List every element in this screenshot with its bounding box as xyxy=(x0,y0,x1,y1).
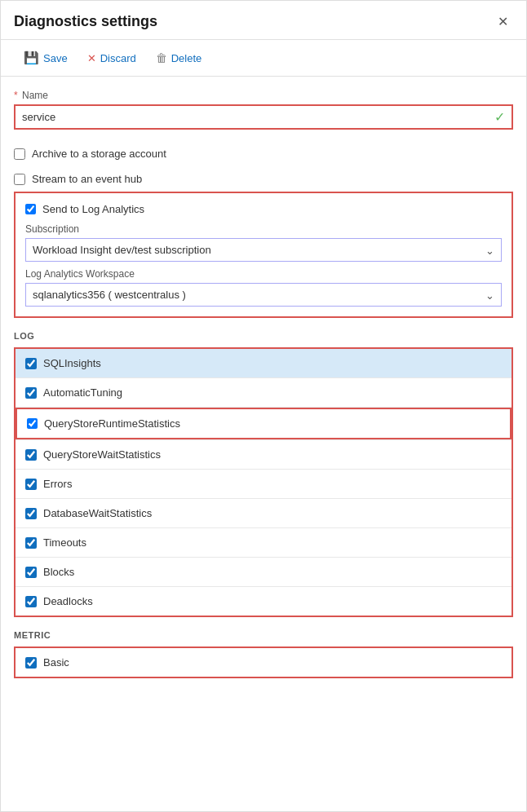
basic-checkbox[interactable] xyxy=(25,657,37,669)
log-section-box: SQLInsights AutomaticTuning QueryStoreRu… xyxy=(14,347,513,617)
log-item-deadlocks[interactable]: Deadlocks xyxy=(16,587,512,616)
sqlinsights-label: SQLInsights xyxy=(43,357,101,369)
timeouts-label: Timeouts xyxy=(43,536,86,549)
timeouts-checkbox[interactable] xyxy=(25,537,37,549)
basic-label: Basic xyxy=(43,656,69,669)
workspace-select[interactable]: sqlanalytics356 ( westcentralus ) xyxy=(26,284,501,306)
querystorewaitstatistics-label: QueryStoreWaitStatistics xyxy=(43,448,161,461)
send-to-analytics-checkbox[interactable] xyxy=(25,204,36,214)
discard-button[interactable]: ✕ Discard xyxy=(78,48,146,68)
errors-label: Errors xyxy=(43,478,72,490)
dialog-content: * Name ✓ Archive to a storage account St… xyxy=(1,77,526,703)
archive-checkbox-row: Archive to a storage account xyxy=(14,141,513,166)
log-item-databasewaitstatistics[interactable]: DatabaseWaitStatistics xyxy=(16,499,512,528)
deadlocks-label: Deadlocks xyxy=(43,595,93,607)
close-button[interactable]: ✕ xyxy=(493,12,513,31)
archive-checkbox[interactable] xyxy=(14,148,25,160)
automatictuning-checkbox[interactable] xyxy=(25,387,37,399)
errors-checkbox[interactable] xyxy=(25,479,37,490)
log-item-blocks[interactable]: Blocks xyxy=(16,558,512,587)
subscription-label: Subscription xyxy=(25,223,502,235)
archive-label: Archive to a storage account xyxy=(32,148,166,160)
save-button[interactable]: 💾 Save xyxy=(14,46,78,69)
name-input[interactable] xyxy=(16,106,488,128)
toolbar: 💾 Save ✕ Discard 🗑 Delete xyxy=(1,40,526,77)
databasewaitstatistics-checkbox[interactable] xyxy=(25,508,37,519)
automatictuning-label: AutomaticTuning xyxy=(43,386,122,399)
diagnostics-dialog: Diagnostics settings ✕ 💾 Save ✕ Discard … xyxy=(0,0,527,812)
stream-label: Stream to an event hub xyxy=(32,173,142,185)
send-to-analytics-row: Send to Log Analytics xyxy=(25,203,502,215)
required-star: * xyxy=(14,90,18,101)
stream-checkbox-row: Stream to an event hub xyxy=(14,166,513,192)
dialog-header: Diagnostics settings ✕ xyxy=(1,1,526,40)
metric-section-header: METRIC xyxy=(14,630,513,640)
send-to-analytics-label: Send to Log Analytics xyxy=(42,203,144,215)
querystoreruntimestatistics-label: QueryStoreRuntimeStatistics xyxy=(44,417,180,430)
discard-label: Discard xyxy=(100,52,136,64)
valid-check-icon: ✓ xyxy=(488,109,512,125)
name-input-wrapper: ✓ xyxy=(14,104,513,130)
metric-section-box: Basic xyxy=(14,647,513,678)
save-icon: 💾 xyxy=(24,51,39,65)
log-item-sqlinsights[interactable]: SQLInsights xyxy=(16,349,512,378)
querystoreruntimestatistics-checkbox[interactable] xyxy=(27,418,38,429)
dialog-title: Diagnostics settings xyxy=(14,13,157,30)
databasewaitstatistics-label: DatabaseWaitStatistics xyxy=(43,507,152,519)
querystorewaitstatistics-checkbox[interactable] xyxy=(25,449,37,461)
stream-checkbox[interactable] xyxy=(14,174,25,185)
blocks-label: Blocks xyxy=(43,566,74,578)
log-item-errors[interactable]: Errors xyxy=(16,470,512,499)
delete-label: Delete xyxy=(171,52,202,64)
sqlinsights-checkbox[interactable] xyxy=(25,358,37,369)
discard-icon: ✕ xyxy=(87,52,96,64)
log-analytics-section: Send to Log Analytics Subscription Workl… xyxy=(14,192,513,318)
name-label: * Name xyxy=(14,90,513,101)
subscription-select[interactable]: Workload Insight dev/test subscription xyxy=(26,239,501,261)
log-item-automatictuning[interactable]: AutomaticTuning xyxy=(16,378,512,408)
log-item-querystorewaitstatistics[interactable]: QueryStoreWaitStatistics xyxy=(16,440,512,470)
workspace-label: Log Analytics Workspace xyxy=(25,268,502,280)
save-label: Save xyxy=(43,52,68,64)
delete-button[interactable]: 🗑 Delete xyxy=(146,47,212,68)
blocks-checkbox[interactable] xyxy=(25,567,37,578)
log-section-header: LOG xyxy=(14,331,513,341)
name-field-group: * Name ✓ xyxy=(14,90,513,130)
log-item-querystoreruntimestatistics[interactable]: QueryStoreRuntimeStatistics xyxy=(16,408,512,439)
metric-item-basic[interactable]: Basic xyxy=(16,648,512,677)
subscription-dropdown-wrapper: Workload Insight dev/test subscription ⌄ xyxy=(25,238,502,262)
log-item-wrapper-querystoreruntimestatistics: QueryStoreRuntimeStatistics xyxy=(16,408,512,440)
delete-icon: 🗑 xyxy=(156,51,167,64)
deadlocks-checkbox[interactable] xyxy=(25,596,37,607)
log-item-timeouts[interactable]: Timeouts xyxy=(16,528,512,558)
workspace-dropdown-wrapper: sqlanalytics356 ( westcentralus ) ⌄ xyxy=(25,283,502,307)
